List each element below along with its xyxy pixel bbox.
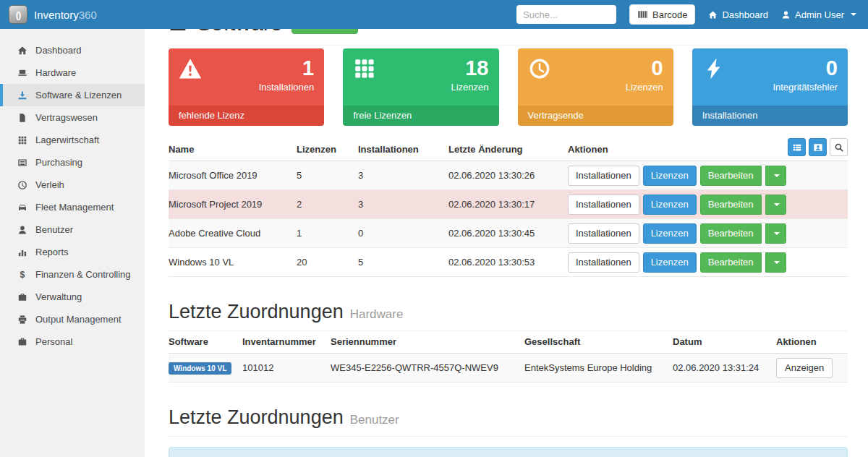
file-icon xyxy=(17,113,27,123)
bearbeiten-dropdown-toggle[interactable] xyxy=(765,166,786,186)
col-header-software: Software xyxy=(169,331,242,354)
chevron-down-icon xyxy=(774,232,780,235)
cell-changed: 02.06.2020 13:30:26 xyxy=(448,161,568,190)
section-divider xyxy=(169,436,848,437)
top-navbar: () Inventory360 Barcode Dashboard Admin … xyxy=(0,0,868,29)
sidebar-item-personal[interactable]: Personal xyxy=(0,330,145,353)
lizenzen-button[interactable]: Lizenzen xyxy=(643,195,697,215)
user-menu[interactable]: Admin User xyxy=(781,9,856,20)
brand-name: Inventory360 xyxy=(34,9,97,21)
col-header-lizenzen: Lizenzen xyxy=(297,139,358,161)
th-list-icon xyxy=(792,142,802,153)
lizenzen-button[interactable]: Lizenzen xyxy=(643,252,697,273)
installationen-button[interactable]: Installationen xyxy=(568,252,639,273)
warning-icon xyxy=(179,57,202,80)
clock-icon xyxy=(528,57,551,80)
sidebar-item-dashboard[interactable]: Dashboard xyxy=(0,39,145,61)
sidebar-item-purchasing[interactable]: Purchasing xyxy=(0,151,145,174)
table-row: Adobe Creative Cloud 1 0 02.06.2020 13:3… xyxy=(169,219,848,248)
hardware-table: Software Inventarnummer Seriennummer Ges… xyxy=(169,331,848,383)
bearbeiten-button[interactable]: Bearbeiten xyxy=(700,195,762,215)
cell-seriennummer: WE345-E2256-QWTRR-4557Q-NWEV9 xyxy=(331,354,524,383)
table-row: Windows 10 VL 20 5 02.06.2020 13:30:53 I… xyxy=(169,248,848,277)
clock-icon xyxy=(17,180,27,190)
bearbeiten-button[interactable]: Bearbeiten xyxy=(700,252,762,273)
table-row: Microsoft Office 2019 5 3 02.06.2020 13:… xyxy=(169,161,848,190)
bearbeiten-dropdown-toggle[interactable] xyxy=(765,252,786,273)
barcode-icon xyxy=(637,9,648,20)
list-alt-icon xyxy=(17,158,27,168)
chevron-down-icon xyxy=(851,13,856,16)
dollar-icon: $ xyxy=(17,270,27,280)
stat-unit: Lizenzen xyxy=(353,82,488,93)
sidebar-item-benutzer[interactable]: Benutzer xyxy=(0,218,145,241)
svg-text:$: $ xyxy=(20,270,25,280)
sidebar-item-finanzen-controlling[interactable]: $ Finanzen & Controlling xyxy=(0,263,145,286)
stat-unit: Lizenzen xyxy=(528,82,663,93)
table-row: Windows 10 VL 101012 WE345-E2256-QWTRR-4… xyxy=(169,354,848,383)
sidebar-item-fleet-management[interactable]: Fleet Management xyxy=(0,196,145,218)
sidebar-item-lagerwirtschaft[interactable]: Lagerwirtschaft xyxy=(0,129,145,151)
bearbeiten-dropdown-toggle[interactable] xyxy=(765,223,786,244)
bar-chart-icon xyxy=(17,247,27,257)
stat-card-contract-end[interactable]: 0 Lizenzen Vertragsende xyxy=(518,48,673,126)
cell-changed: 02.06.2020 13:30:53 xyxy=(448,248,568,277)
user-icon xyxy=(17,225,27,235)
bearbeiten-dropdown-toggle[interactable] xyxy=(765,195,786,215)
sidebar-item-output-management[interactable]: Output Management xyxy=(0,308,145,330)
sidebar-item-reports[interactable]: Reports xyxy=(0,241,145,263)
stat-footer: freie Lizenzen xyxy=(343,106,498,126)
col-header-installationen: Installationen xyxy=(358,139,448,161)
nav-dashboard-link[interactable]: Dashboard xyxy=(708,9,768,20)
home-icon xyxy=(708,10,718,20)
sidebar-item-verleih[interactable]: Verleih xyxy=(0,174,145,196)
sidebar-item-hardware[interactable]: Hardware xyxy=(0,61,145,84)
lizenzen-button[interactable]: Lizenzen xyxy=(643,166,697,186)
col-header-datum: Datum xyxy=(673,331,776,354)
search-button[interactable] xyxy=(830,138,848,156)
bearbeiten-button[interactable]: Bearbeiten xyxy=(700,166,762,186)
download-icon xyxy=(17,90,27,101)
cell-name: Windows 10 VL xyxy=(169,248,297,277)
stat-footer: fehlende Lizenz xyxy=(169,106,324,126)
sidebar-item-software-lizenzen[interactable]: Software & Lizenzen xyxy=(0,84,145,106)
sidebar-item-vertragswesen[interactable]: Vertragswesen xyxy=(0,106,145,129)
user-assign-button[interactable] xyxy=(809,138,827,156)
col-header-inventarnummer: Inventarnummer xyxy=(242,331,331,354)
cell-installationen: 3 xyxy=(358,161,448,190)
suitcase-icon xyxy=(17,337,27,347)
briefcase-icon xyxy=(17,292,27,302)
cell-actions: Installationen Lizenzen Bearbeiten xyxy=(568,219,848,248)
col-header-letzte-aenderung: Letzte Änderung xyxy=(448,139,568,161)
table-row: Microsoft Project 2019 2 3 02.06.2020 13… xyxy=(169,190,848,219)
chevron-down-icon xyxy=(774,203,780,206)
search-input[interactable] xyxy=(516,5,616,24)
stat-card-integrity-errors[interactable]: 0 Integritätsfehler Installationen xyxy=(692,48,848,126)
col-header-aktionen: Aktionen xyxy=(776,331,848,354)
anzeigen-button[interactable]: Anzeigen xyxy=(776,358,833,378)
sidebar-item-verwaltung[interactable]: Verwaltung xyxy=(0,286,145,308)
stat-footer: Vertragsende xyxy=(518,106,673,126)
cell-lizenzen: 1 xyxy=(297,219,358,248)
cell-installationen: 3 xyxy=(358,190,448,219)
stat-card-missing-license[interactable]: 1 Installationen fehlende Lizenz xyxy=(169,48,324,126)
brand[interactable]: () Inventory360 xyxy=(0,5,145,24)
user-icon xyxy=(781,10,791,20)
installationen-button[interactable]: Installationen xyxy=(568,195,639,215)
installationen-button[interactable]: Installationen xyxy=(568,223,639,244)
cell-actions: Anzeigen xyxy=(776,354,848,383)
lizenzen-button[interactable]: Lizenzen xyxy=(643,223,697,244)
stat-card-free-licenses[interactable]: 18 Lizenzen freie Lizenzen xyxy=(343,48,498,126)
cell-datum: 02.06.2020 13:31:24 xyxy=(673,354,776,383)
chevron-down-icon xyxy=(774,261,780,264)
cell-installationen: 0 xyxy=(358,219,448,248)
cell-actions: Installationen Lizenzen Bearbeiten xyxy=(568,190,848,219)
installationen-button[interactable]: Installationen xyxy=(568,166,639,186)
col-header-gesellschaft: Gesellschaft xyxy=(524,331,673,354)
bearbeiten-button[interactable]: Bearbeiten xyxy=(700,223,762,244)
col-header-seriennummer: Seriennummer xyxy=(331,331,524,354)
barcode-button[interactable]: Barcode xyxy=(629,4,695,25)
cell-lizenzen: 5 xyxy=(297,161,358,190)
cell-installationen: 5 xyxy=(358,248,448,277)
list-view-button[interactable] xyxy=(788,138,806,156)
